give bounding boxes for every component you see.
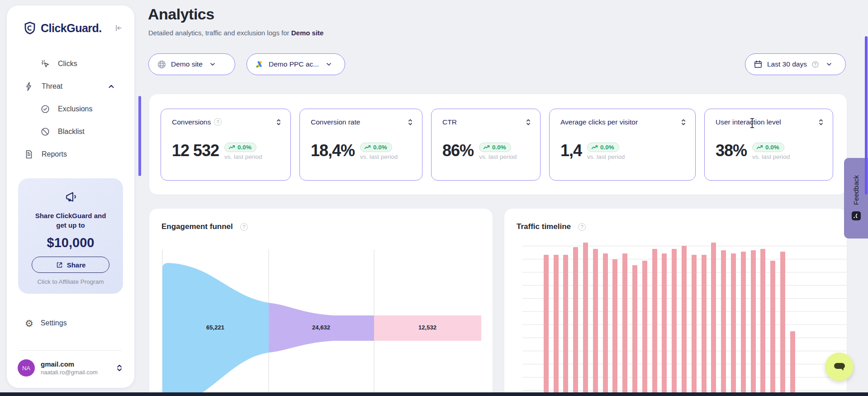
sidebar-item-threat[interactable]: Threat <box>7 75 134 98</box>
trend-up-icon <box>483 144 490 150</box>
timeline-bar[interactable] <box>593 249 598 396</box>
funnel-stage-value: 65,221 <box>206 324 224 331</box>
nav-label: Reports <box>42 150 67 158</box>
trend-up-icon <box>364 144 371 150</box>
kpi-label: User interaction level <box>716 118 781 126</box>
timeline-bar[interactable] <box>702 255 707 396</box>
change-badge: 0.0% <box>224 143 256 152</box>
nav-label: Clicks <box>58 60 77 68</box>
timeline-bar[interactable] <box>544 255 549 396</box>
kpi-card-average-clicks-per-visitor: Average clicks per visitor1,40.0%vs. las… <box>549 109 696 181</box>
timeline-bar[interactable] <box>692 255 697 396</box>
sidebar-collapse-icon[interactable] <box>113 23 123 33</box>
change-badge: 0.0% <box>479 143 511 152</box>
timeline-bar[interactable] <box>603 253 608 396</box>
gear-icon: ⚙ <box>25 319 33 328</box>
account-switcher[interactable]: NA gmail.com naatali.ro@gmail.com <box>18 359 123 377</box>
timeline-bar[interactable] <box>573 247 578 396</box>
funnel-stage-value: 24,632 <box>312 324 330 331</box>
kpi-value: 86% <box>442 142 474 160</box>
brand-name: ClickGuard. <box>41 22 102 35</box>
avatar: NA <box>18 359 35 377</box>
timeline-bar[interactable] <box>682 246 687 396</box>
cursor-click-icon <box>40 59 50 69</box>
metric-sort-icon[interactable] <box>680 118 687 126</box>
kpi-caption: vs. last period <box>224 153 262 160</box>
megaphone-icon <box>64 190 77 204</box>
page-subtitle: Detailed analytics, traffic and exclusio… <box>148 29 323 37</box>
timeline-bar[interactable] <box>583 243 588 396</box>
help-icon[interactable]: ? <box>214 118 222 126</box>
kpi-value: 38% <box>716 142 747 160</box>
kpi-card-user-interaction-level: User interaction level38%0.0%vs. last pe… <box>704 109 833 181</box>
kpi-row: Conversions?12 5320.0%vs. last periodCon… <box>149 94 847 195</box>
share-button[interactable]: Share <box>32 257 109 273</box>
chevron-updown-icon <box>115 363 123 372</box>
sidebar-item-exclusions[interactable]: Exclusions <box>7 98 134 120</box>
timeline-bar[interactable] <box>672 249 677 396</box>
sidebar-item-clicks[interactable]: Clicks <box>7 52 134 75</box>
timeline-bar[interactable] <box>780 252 785 396</box>
site-selector[interactable]: Demo site <box>148 53 235 75</box>
trend-up-icon <box>591 144 598 150</box>
sidebar-item-blacklist[interactable]: Blacklist <box>7 120 134 143</box>
globe-icon <box>157 60 166 69</box>
timeline-bar[interactable] <box>652 249 657 396</box>
traffic-timeline-card: Traffic timeline ? <box>504 209 847 396</box>
kpi-caption: vs. last period <box>752 153 790 160</box>
trend-up-icon <box>756 144 763 150</box>
timeline-bar[interactable] <box>770 261 775 396</box>
timeline-bar[interactable] <box>760 249 765 396</box>
timeline-bar[interactable] <box>721 250 726 396</box>
google-ads-icon <box>255 60 264 69</box>
timeline-bar[interactable] <box>632 265 637 396</box>
calendar-icon <box>754 60 763 69</box>
metric-sort-icon[interactable] <box>525 118 532 126</box>
sidebar-scrollbar[interactable] <box>138 96 141 176</box>
kpi-card-conversions: Conversions?12 5320.0%vs. last period <box>161 109 291 181</box>
ppc-account-selector[interactable]: Demo PPC ac... <box>247 53 345 75</box>
bottom-edge-bar <box>0 392 868 396</box>
promo-text: Share ClickGuard and get up to <box>18 211 123 230</box>
kpi-label: Conversion rate <box>311 118 360 126</box>
chevron-down-icon <box>325 61 332 68</box>
timeline-bar[interactable] <box>741 252 746 396</box>
sidebar-item-reports[interactable]: Reports <box>7 143 134 166</box>
page-scrollbar[interactable] <box>865 36 868 195</box>
affiliate-promo-card[interactable]: Share ClickGuard and get up to $10,000 S… <box>18 178 123 294</box>
timeline-bar-chart <box>522 246 839 396</box>
chat-button[interactable] <box>825 353 854 381</box>
timeline-title: Traffic timeline <box>517 222 571 231</box>
help-icon[interactable]: ? <box>578 223 586 231</box>
sidebar-item-settings[interactable]: ⚙ Settings <box>7 312 134 334</box>
chevron-down-icon <box>825 61 833 68</box>
trend-up-icon <box>228 144 235 150</box>
timeline-bar[interactable] <box>790 331 795 396</box>
timeline-bar[interactable] <box>751 250 756 396</box>
kpi-card-conversion-rate: Conversion rate18,4%0.0%vs. last period <box>299 109 422 181</box>
divider <box>19 350 122 351</box>
kpi-value: 18,4% <box>311 142 355 160</box>
kpi-label: CTR <box>442 118 457 126</box>
timeline-bar[interactable] <box>612 259 617 396</box>
chevron-up-icon[interactable] <box>107 82 115 91</box>
nav-label: Threat <box>42 82 62 91</box>
promo-caption[interactable]: Click to Affiliate Program <box>18 278 123 285</box>
timeline-bar[interactable] <box>711 243 716 396</box>
timeline-bar[interactable] <box>662 253 667 396</box>
metric-sort-icon[interactable] <box>275 118 282 126</box>
timeline-bar[interactable] <box>554 255 559 396</box>
badge-check-icon <box>40 104 50 114</box>
external-link-icon <box>56 261 63 269</box>
timeline-bar[interactable] <box>642 261 647 396</box>
timeline-bar[interactable] <box>731 253 736 396</box>
kpi-caption: vs. last period <box>360 153 398 160</box>
nav-label: Exclusions <box>58 105 92 113</box>
timeline-bar[interactable] <box>622 253 627 396</box>
page-title: Analytics <box>148 5 214 23</box>
timeline-bar[interactable] <box>563 255 568 396</box>
kpi-label: Average clicks per visitor <box>560 118 638 126</box>
date-range-selector[interactable]: Last 30 days <box>745 53 846 75</box>
metric-sort-icon[interactable] <box>407 118 414 126</box>
metric-sort-icon[interactable] <box>817 118 825 126</box>
